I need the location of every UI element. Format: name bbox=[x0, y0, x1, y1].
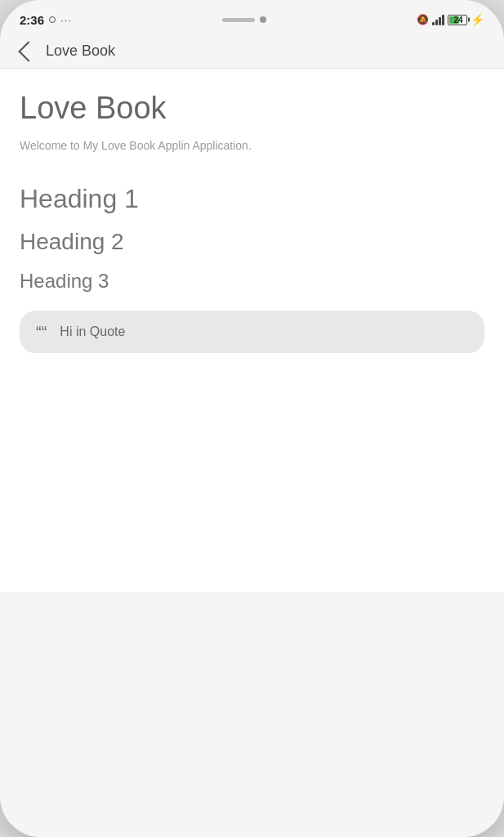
status-bar: 2:36 ··· 🔕 24 ⚡ bbox=[0, 0, 504, 36]
back-button[interactable] bbox=[16, 44, 36, 59]
battery-container: 24 bbox=[448, 15, 467, 25]
signal-bar-1 bbox=[432, 22, 435, 25]
heading-3: Heading 3 bbox=[20, 270, 484, 293]
quote-icon: ““ bbox=[36, 324, 47, 340]
nav-bar: Love Book bbox=[0, 36, 504, 69]
charging-icon: ⚡ bbox=[471, 13, 484, 26]
signal-bar-2 bbox=[435, 20, 438, 25]
status-right: 🔕 24 ⚡ bbox=[417, 13, 484, 26]
pill-indicator bbox=[222, 18, 255, 22]
bottom-area bbox=[0, 592, 504, 837]
status-center bbox=[222, 16, 266, 23]
signal-bar-3 bbox=[439, 17, 441, 25]
phone-frame: 2:36 ··· 🔕 24 ⚡ bbox=[0, 0, 504, 837]
camera-dot-icon bbox=[260, 16, 266, 23]
notification-dot-icon bbox=[49, 16, 56, 23]
status-left: 2:36 ··· bbox=[20, 13, 72, 27]
content-area: Love Book Welcome to My Love Book Applin… bbox=[0, 69, 504, 592]
signal-bar-4 bbox=[442, 15, 444, 25]
quote-text: Hi in Quote bbox=[60, 325, 125, 339]
overflow-icon: ··· bbox=[60, 14, 72, 26]
nav-title: Love Book bbox=[46, 43, 115, 60]
battery-icon: 24 bbox=[448, 15, 467, 25]
quote-block: ““ Hi in Quote bbox=[20, 311, 484, 353]
heading-2: Heading 2 bbox=[20, 229, 484, 255]
heading-1: Heading 1 bbox=[20, 184, 484, 214]
page-title: Love Book bbox=[20, 92, 484, 126]
battery-level: 24 bbox=[449, 16, 467, 25]
notification-muted-icon: 🔕 bbox=[417, 14, 429, 25]
page-subtitle: Welcome to My Love Book Applin Applicati… bbox=[20, 137, 484, 154]
signal-bars-icon bbox=[432, 14, 444, 25]
status-time: 2:36 bbox=[20, 13, 44, 27]
back-arrow-icon bbox=[18, 41, 38, 61]
